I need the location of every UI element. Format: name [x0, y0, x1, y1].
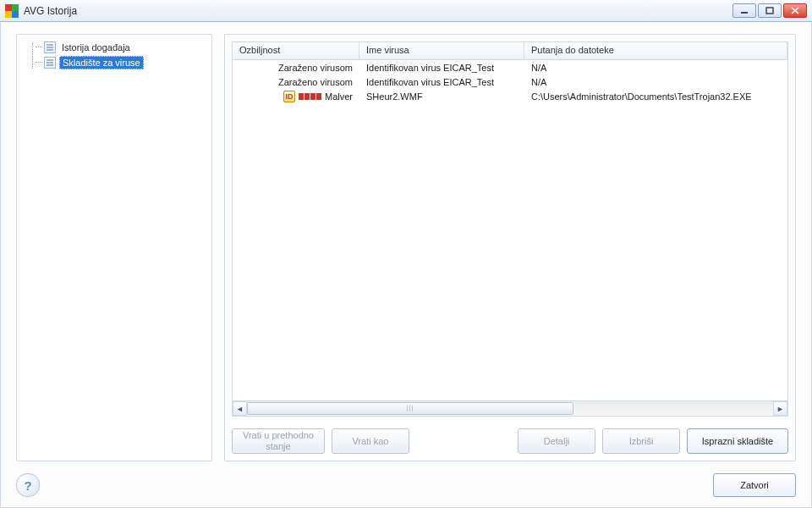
sidebar: Istorija događaja Skladište za viruse — [16, 34, 212, 461]
window-title: AVG Istorija — [24, 5, 732, 17]
column-header-file-path[interactable]: Putanja do datoteke — [524, 42, 787, 59]
client-area: Istorija događaja Skladište za viruse Oz… — [0, 22, 812, 508]
sidebar-item-event-history[interactable]: Istorija događaja — [24, 40, 208, 54]
file-path-cell: C:\Users\Administrator\Documents\TestTro… — [524, 91, 787, 102]
table-header-row: Ozbiljnost Ime virusa Putanja do datotek… — [233, 42, 787, 60]
horizontal-scrollbar[interactable]: ◄ ► — [233, 400, 787, 416]
virus-name-cell: Identifikovan virus EICAR_Test — [359, 62, 524, 74]
maximize-button[interactable] — [758, 3, 782, 18]
severity-label: Zaraženo virusom — [278, 77, 353, 87]
virus-name-cell: Identifikovan virus EICAR_Test — [359, 76, 524, 88]
close-button[interactable]: Zatvori — [713, 473, 796, 497]
scroll-left-button[interactable]: ◄ — [233, 401, 247, 416]
severity-label: Zaraženo virusom — [278, 63, 353, 73]
scroll-right-button[interactable]: ► — [773, 401, 787, 416]
minimize-button[interactable] — [732, 3, 756, 18]
table-row[interactable]: Zaraženo virusom Identifikovan virus EIC… — [233, 60, 787, 75]
severity-bars-icon — [299, 93, 321, 100]
restore-previous-button[interactable]: Vrati u prethodno stanje — [232, 428, 325, 454]
app-icon — [5, 4, 19, 18]
column-header-severity[interactable]: Ozbiljnost — [233, 42, 359, 59]
restore-as-button[interactable]: Vrati kao — [332, 428, 409, 454]
main-panel: Ozbiljnost Ime virusa Putanja do datotek… — [224, 34, 796, 461]
sidebar-item-virus-vault[interactable]: Skladište za viruse — [24, 55, 208, 69]
svg-rect-1 — [766, 8, 773, 14]
file-path-cell: N/A — [524, 62, 787, 74]
details-button[interactable]: Detalji — [518, 428, 595, 454]
history-tree: Istorija događaja Skladište za viruse — [20, 40, 208, 69]
empty-vault-button[interactable]: Isprazni skladište — [687, 428, 788, 454]
virus-name-cell: SHeur2.WMF — [359, 91, 524, 102]
footer-bar: ? Zatvori — [16, 473, 796, 497]
table-row[interactable]: ID Malver SHeur2.WMF C:\Users\Administra… — [233, 89, 787, 103]
sidebar-item-label: Istorija događaja — [59, 41, 133, 53]
sidebar-item-label: Skladište za viruse — [59, 56, 144, 69]
page-icon — [44, 41, 56, 53]
delete-button[interactable]: Izbriši — [602, 428, 680, 454]
title-bar: AVG Istorija — [0, 0, 812, 22]
window-controls — [732, 3, 807, 18]
severity-label: Malver — [325, 91, 353, 102]
column-header-virus-name[interactable]: Ime virusa — [359, 42, 524, 59]
table-body: Zaraženo virusom Identifikovan virus EIC… — [233, 60, 787, 400]
close-window-button[interactable] — [783, 3, 807, 18]
page-icon — [44, 57, 56, 69]
help-button[interactable]: ? — [16, 473, 40, 497]
action-bar: Vrati u prethodno stanje Vrati kao Detal… — [232, 428, 788, 454]
scroll-track[interactable] — [247, 401, 773, 416]
virus-table: Ozbiljnost Ime virusa Putanja do datotek… — [232, 41, 788, 417]
scroll-thumb[interactable] — [247, 402, 573, 415]
file-path-cell: N/A — [524, 76, 787, 88]
table-row[interactable]: Zaraženo virusom Identifikovan virus EIC… — [233, 75, 787, 89]
malware-id-icon: ID — [283, 91, 295, 102]
